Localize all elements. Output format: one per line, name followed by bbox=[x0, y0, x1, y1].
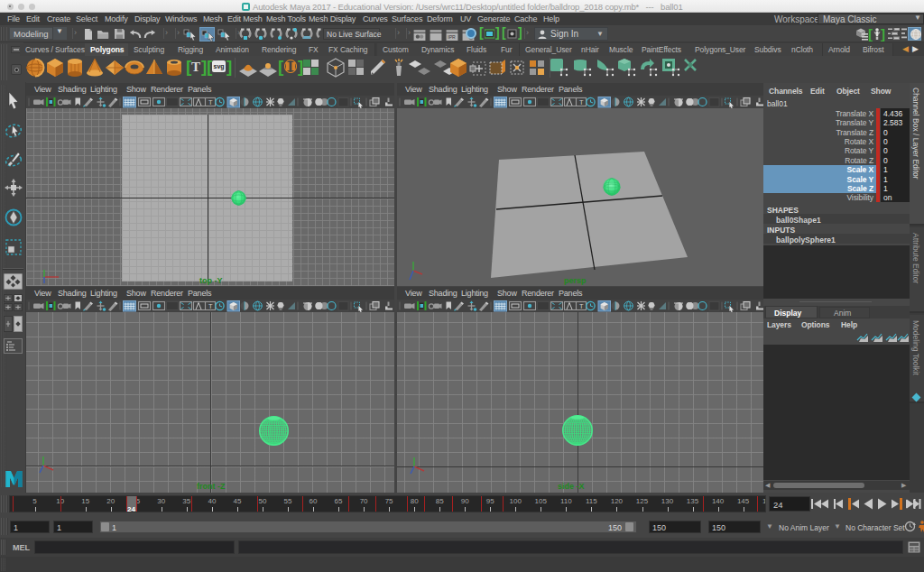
svg-text:T: T bbox=[579, 302, 584, 310]
svg-text:T: T bbox=[579, 98, 584, 106]
svg-text:IPR: IPR bbox=[448, 34, 456, 40]
svg-text:T: T bbox=[208, 98, 213, 106]
svg-text:T: T bbox=[208, 302, 213, 310]
